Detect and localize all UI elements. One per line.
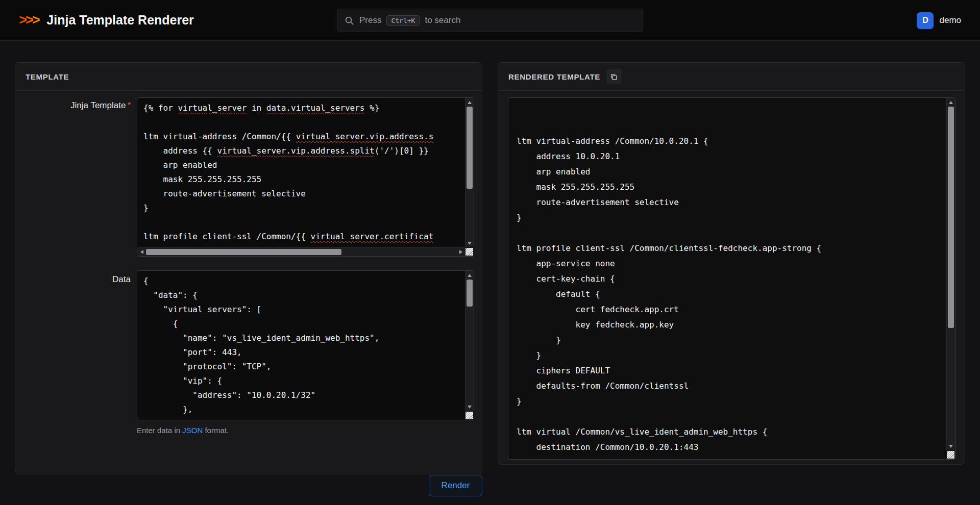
rendered-output-area[interactable]: ltm virtual-address /Common/10.0.20.1 { … — [508, 97, 955, 460]
code-line: route-advertisement selective — [517, 195, 938, 210]
code-line: mask 255.255.255.255 — [143, 172, 459, 187]
scroll-up-button[interactable] — [465, 271, 474, 280]
arrow-down-icon — [949, 445, 953, 448]
scroll-thumb[interactable] — [467, 280, 473, 307]
scroll-right-button[interactable] — [456, 248, 465, 256]
code-text: "vip": { — [143, 376, 222, 386]
code-line: {% for virtual_server in data.virtual_se… — [143, 101, 459, 115]
code-text: "data": { — [143, 290, 198, 300]
resize-grip-icon[interactable] — [947, 451, 954, 459]
code-text: key fedcheck.app.key — [517, 320, 674, 330]
code-text: mask 255.255.255.255 — [517, 182, 634, 192]
code-line — [517, 409, 938, 424]
data-vertical-scrollbar[interactable] — [465, 271, 474, 411]
scroll-thumb[interactable] — [948, 107, 954, 328]
code-text: defaults-from /Common/clientssl — [517, 381, 689, 391]
code-text: virtual_server.vip.address.s — [296, 132, 434, 141]
code-line: "name": "vs_live_ident_admin_web_https", — [143, 331, 459, 345]
code-line: } — [143, 201, 459, 215]
code-line: ciphers DEFAULT — [517, 363, 938, 378]
code-line: "virtual_servers": [ — [143, 302, 459, 317]
code-line: ltm virtual /Common/vs_live_ident_admin_… — [517, 424, 938, 440]
scroll-down-button[interactable] — [465, 402, 474, 411]
code-text: destination /Common/10.0.20.1:443 — [517, 442, 698, 452]
code-line — [517, 225, 938, 241]
code-line: ltm virtual-address /Common/10.0.20.1 { — [517, 134, 938, 149]
code-text: arp enabled — [143, 160, 217, 170]
code-line: address 10.0.20.1 — [517, 149, 938, 164]
code-line: key fedcheck.app.key — [517, 317, 938, 333]
json-format-link[interactable]: JSON — [182, 426, 203, 435]
code-line: { — [143, 317, 459, 331]
jinja-template-textarea[interactable]: {% for virtual_server in data.virtual_se… — [137, 97, 474, 257]
search-placeholder-prefix: Press — [359, 15, 381, 26]
render-button[interactable]: Render — [429, 475, 482, 496]
code-text: } — [517, 335, 561, 345]
copy-button[interactable] — [606, 69, 622, 84]
code-line: cert-key-chain { — [517, 271, 938, 287]
scroll-thumb[interactable] — [467, 107, 473, 189]
scroll-track[interactable] — [465, 280, 474, 402]
code-line: cert fedcheck.app.crt — [517, 302, 938, 317]
scroll-up-button[interactable] — [947, 98, 955, 107]
code-text: arp enabled — [517, 167, 591, 176]
scroll-up-button[interactable] — [465, 98, 474, 107]
code-line: { — [143, 274, 459, 288]
required-asterisk: * — [127, 100, 131, 110]
code-line — [143, 215, 459, 230]
scroll-track[interactable] — [947, 107, 955, 442]
data-json-textarea[interactable]: { "data": { "virtual_servers": [ { "name… — [137, 270, 474, 420]
code-text: route-advertisement selective — [143, 189, 306, 198]
code-text: { — [143, 276, 149, 286]
code-line: } — [517, 348, 938, 363]
resize-grip-icon[interactable] — [465, 412, 473, 419]
jinja-vertical-scrollbar[interactable] — [465, 98, 474, 247]
code-text: ltm virtual-address /Common/{{ — [143, 132, 296, 141]
code-line — [517, 118, 938, 134]
scroll-down-button[interactable] — [465, 239, 474, 247]
scroll-track[interactable] — [465, 107, 474, 239]
global-search-input[interactable]: Press Ctrl+K to search — [337, 9, 643, 32]
code-text: app-service none — [517, 259, 615, 268]
code-text: virtual_server — [178, 103, 247, 113]
scroll-down-button[interactable] — [947, 442, 955, 450]
scroll-track[interactable] — [146, 248, 456, 256]
code-text: : "clientssl-fedche — [286, 419, 379, 420]
code-line: default { — [517, 287, 938, 302]
code-text: mask 255.255.255.255 — [143, 174, 261, 184]
code-text: }, — [143, 405, 192, 414]
data-label: Data — [15, 273, 131, 286]
code-line: destination /Common/10.0.20.1:443 — [517, 440, 938, 455]
arrow-up-icon — [468, 274, 472, 277]
rendered-vertical-scrollbar[interactable] — [946, 98, 955, 450]
scroll-left-button[interactable] — [137, 248, 146, 256]
code-line: route-advertisement selective — [143, 187, 459, 201]
code-text: "certificate_profile" — [183, 419, 286, 420]
arrow-left-icon — [140, 250, 143, 254]
code-text: "port": 443, — [143, 347, 242, 357]
jinja-template-code: {% for virtual_server in data.virtual_se… — [137, 98, 465, 247]
user-menu[interactable]: D demo — [917, 0, 961, 41]
code-text: %} — [364, 103, 379, 113]
code-text: address {{ — [143, 146, 217, 156]
code-line: ltm profile client-ssl /Common/clientssl… — [517, 241, 938, 256]
jinja-horizontal-scrollbar[interactable] — [137, 247, 465, 256]
code-line: }, — [143, 402, 459, 417]
resize-grip-icon[interactable] — [465, 248, 473, 256]
user-name: demo — [939, 15, 961, 26]
code-text: ltm virtual-address /Common/10.0.20.1 { — [517, 136, 708, 146]
code-line — [517, 103, 938, 118]
code-line: "protocol": "TCP", — [143, 360, 459, 374]
arrow-up-icon — [468, 101, 472, 104]
code-text: ('/')[0] }} — [375, 146, 429, 156]
top-header: >>> Jinja Template Renderer Press Ctrl+K… — [0, 0, 980, 41]
code-text: default { — [517, 289, 600, 299]
code-line: mask 255.255.255.255 — [517, 180, 938, 195]
code-line: "address": "10.0.20.1/32" — [143, 388, 459, 402]
code-line: "vip": { — [143, 374, 459, 388]
code-line — [143, 115, 459, 130]
code-line: "certificate_profile": "clientssl-fedche — [143, 417, 459, 420]
app-brand-link[interactable]: >>> Jinja Template Renderer — [19, 12, 194, 28]
scroll-thumb[interactable] — [146, 249, 341, 255]
code-line: defaults-from /Common/clientssl — [517, 378, 938, 394]
